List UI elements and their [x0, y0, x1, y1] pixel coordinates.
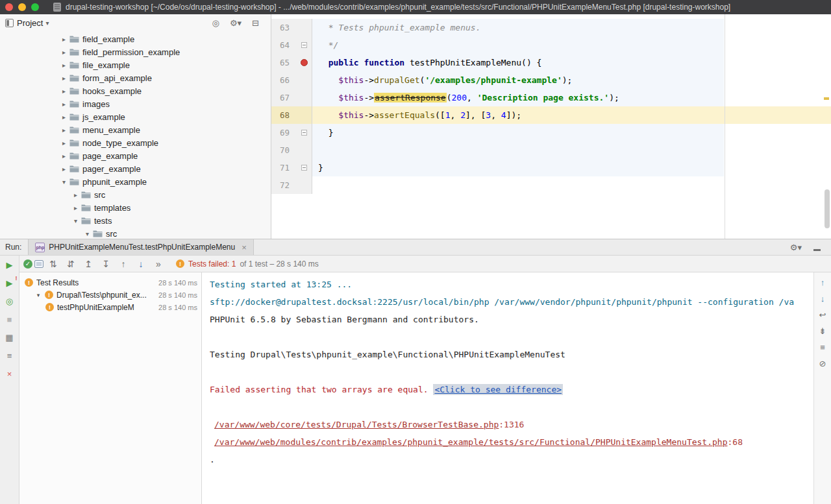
fold-marker-icon[interactable] [301, 130, 307, 136]
tree-item-label: src [106, 229, 117, 239]
project-tree-item[interactable]: ▸node_type_example [0, 136, 271, 149]
project-tree-item[interactable]: ▾phpunit_example [0, 175, 271, 188]
see-difference-link[interactable]: <Click to see difference> [433, 384, 563, 395]
file-link[interactable]: /var/www/web/core/tests/Drupal/Tests/Bro… [214, 420, 499, 429]
project-tree-item[interactable]: ▸images [0, 97, 271, 110]
test-failed-icon: ! [45, 303, 54, 311]
test-tree-row[interactable]: !testPhpUnitExampleM28 s 140 ms [19, 301, 201, 313]
fold-marker-icon[interactable] [301, 165, 307, 171]
code-line[interactable]: } [312, 159, 831, 176]
code-line[interactable]: */ [312, 36, 831, 54]
collapse-all-button[interactable]: ↧ [98, 257, 114, 271]
locate-icon[interactable]: ◎ [212, 18, 219, 28]
chevron-down-icon[interactable]: ▾ [35, 292, 42, 298]
code-line[interactable]: * Tests phpunit_example menus. [312, 19, 831, 36]
toggle-auto-test-button[interactable]: ◎ [5, 296, 15, 306]
project-tree-item[interactable]: ▸src [0, 188, 271, 201]
project-panel-title[interactable]: Project [17, 18, 43, 28]
zoom-window-button[interactable] [31, 3, 39, 11]
gear-icon[interactable]: ⚙▾ [790, 243, 802, 252]
stop-button[interactable]: ■ [5, 314, 15, 324]
down-stack-trace-button[interactable]: ↓ [821, 294, 825, 304]
project-tree-item[interactable]: ▾tests [0, 214, 271, 227]
hide-panel-icon[interactable] [813, 244, 821, 251]
code-line[interactable]: $this->assertEquals([1, 2], [3, 4]); [312, 106, 831, 124]
project-tree-item[interactable]: ▸menu_example [0, 123, 271, 136]
chevron-right-icon[interactable]: ▸ [60, 88, 68, 95]
file-line-number: :1316 [499, 420, 524, 429]
run-left-toolbar: ▶▶!◎■▦≡× [0, 256, 19, 504]
pin-tab-button[interactable]: ≡ [5, 350, 15, 361]
rerun-test-button[interactable]: ▶ [5, 259, 15, 270]
editor-scrollbar-thumb[interactable] [825, 189, 830, 228]
chevron-right-icon[interactable]: ▸ [60, 126, 68, 134]
code-line[interactable]: $this->drupalGet('/examples/phpunit-exam… [312, 71, 831, 89]
up-stack-trace-button[interactable]: ↑ [821, 278, 825, 287]
project-tree-item[interactable]: ▸field_example [0, 32, 271, 45]
project-tree-item[interactable]: ▸hooks_example [0, 84, 271, 97]
editor-line: 64 */ [271, 36, 831, 54]
chevron-right-icon[interactable]: ▸ [60, 101, 68, 108]
chevron-right-icon[interactable]: ▸ [60, 49, 68, 56]
gutter-slot [296, 165, 312, 171]
fold-marker-icon[interactable] [301, 42, 307, 48]
close-tab-icon[interactable]: × [242, 243, 247, 252]
gear-icon[interactable]: ⚙▾ [230, 18, 242, 28]
chevron-down-icon[interactable]: ▾ [60, 178, 68, 186]
project-tree-item[interactable]: ▸form_api_example [0, 71, 271, 84]
project-tree-item[interactable]: ▸field_permission_example [0, 45, 271, 58]
show-ignored-button[interactable] [34, 260, 43, 268]
test-tree-row[interactable]: !Test Results28 s 140 ms [19, 276, 201, 289]
close-button[interactable]: × [5, 368, 15, 379]
test-tree-row[interactable]: ▾!Drupal\Tests\phpunit_ex...28 s 140 ms [19, 289, 201, 301]
tree-item-label: menu_example [82, 125, 140, 135]
scroll-to-end-button[interactable]: ⇟ [819, 326, 826, 336]
code-line[interactable] [312, 176, 831, 194]
rerun-failed-tests-button[interactable]: ▶! [5, 278, 15, 288]
code-line[interactable]: $this->assertResponse(200, 'Description … [312, 89, 831, 106]
show-passed-button[interactable]: ✓ [23, 259, 32, 269]
chevron-right-icon[interactable]: ▸ [71, 204, 80, 211]
gutter-slot [296, 42, 312, 48]
chevron-right-icon[interactable]: ▸ [60, 165, 68, 173]
chevron-down-icon[interactable]: ▾ [71, 217, 80, 224]
chevron-right-icon[interactable]: ▸ [60, 139, 68, 147]
warning-stripe-mark[interactable] [824, 97, 829, 100]
chevron-down-icon[interactable]: ▾ [45, 19, 49, 27]
sort-by-duration-button[interactable]: ⇵ [63, 257, 79, 271]
project-tree-item[interactable]: ▸pager_example [0, 162, 271, 175]
chevron-right-icon[interactable]: ▸ [60, 75, 68, 82]
test-history-button[interactable]: » [151, 257, 166, 271]
collapse-all-icon[interactable]: ⊟ [252, 18, 259, 28]
minimize-window-button[interactable] [18, 3, 26, 11]
folder-icon [69, 113, 79, 121]
previous-failed-test-button[interactable]: ↑ [116, 257, 131, 271]
print-button[interactable]: ≡ [820, 342, 825, 352]
test-failed-gutter-icon[interactable] [301, 59, 308, 66]
project-tree-item[interactable]: ▸page_example [0, 149, 271, 162]
chevron-right-icon[interactable]: ▸ [60, 152, 68, 160]
project-tree-item[interactable]: ▸js_example [0, 110, 271, 123]
run-tab[interactable]: php PHPUnitExampleMenuTest.testPhpUnitEx… [28, 239, 253, 255]
restore-layout-button[interactable]: ▦ [5, 332, 15, 342]
chevron-right-icon[interactable]: ▸ [71, 191, 80, 198]
chevron-right-icon[interactable]: ▸ [60, 62, 68, 69]
close-window-button[interactable] [5, 3, 13, 11]
project-tree-item[interactable]: ▸templates [0, 201, 271, 214]
chevron-right-icon[interactable]: ▸ [60, 114, 68, 121]
sort-alphabetically-button[interactable]: ⇅ [45, 257, 61, 271]
test-name: Test Results [36, 278, 79, 287]
expand-all-button[interactable]: ↥ [81, 257, 96, 271]
editor-line: 72 [271, 176, 831, 194]
chevron-right-icon[interactable]: ▸ [60, 36, 68, 43]
project-tree-item[interactable]: ▸file_example [0, 58, 271, 71]
project-tree-item[interactable]: ▾src [0, 227, 271, 239]
code-line[interactable]: } [312, 124, 831, 141]
next-failed-test-button[interactable]: ↓ [133, 257, 149, 271]
code-line[interactable]: public function testPhpUnitExampleMenu()… [312, 54, 831, 71]
soft-wrap-button[interactable]: ↩ [819, 310, 826, 320]
clear-all-button[interactable]: ⊘ [819, 359, 826, 368]
file-link[interactable]: /var/www/web/modules/contrib/examples/ph… [214, 437, 728, 447]
chevron-down-icon[interactable]: ▾ [83, 230, 92, 237]
code-line[interactable] [312, 141, 831, 159]
